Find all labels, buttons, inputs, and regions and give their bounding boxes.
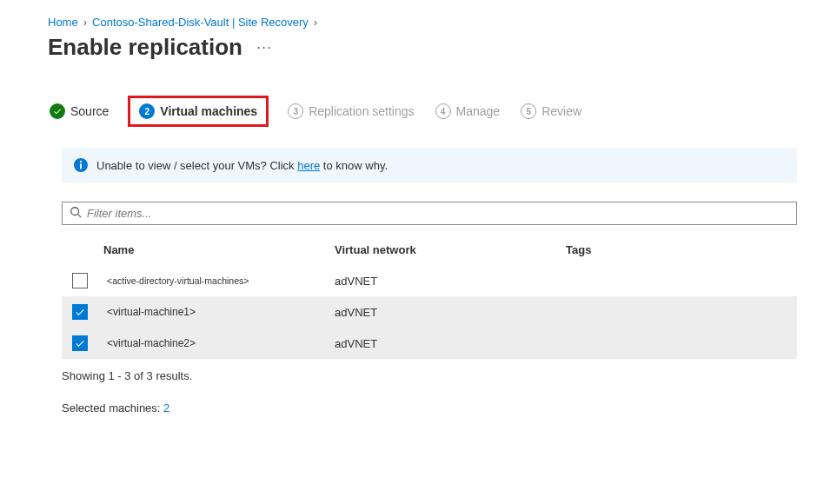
info-text: Unable to view / select your VMs? Click … [96, 159, 388, 172]
table-header-row: Name Virtual network Tags [62, 234, 797, 265]
tab-label: Virtual machines [160, 104, 257, 118]
wizard-tabs: Source 2 Virtual machines 3 Replication … [48, 96, 811, 127]
row-checkbox[interactable] [72, 273, 88, 288]
table-row[interactable]: <virtual-machine1> adVNET [62, 296, 797, 328]
step-number-icon: 2 [139, 103, 155, 119]
col-tags: Tags [566, 243, 797, 256]
svg-point-3 [71, 208, 79, 216]
chevron-right-icon: › [314, 16, 317, 29]
step-number-icon: 4 [435, 103, 451, 119]
tab-label: Source [70, 104, 109, 118]
breadcrumb: Home › Contoso-Shared-Disk-Vault | Site … [48, 16, 811, 29]
col-name: Name [103, 243, 335, 256]
row-vnet: adVNET [335, 306, 566, 319]
check-icon [50, 103, 65, 119]
more-actions-button[interactable]: ··· [256, 38, 272, 56]
row-checkbox[interactable] [72, 304, 88, 320]
step-number-icon: 5 [521, 103, 536, 119]
breadcrumb-vault[interactable]: Contoso-Shared-Disk-Vault | Site Recover… [92, 16, 309, 29]
svg-line-4 [78, 215, 82, 218]
tab-label: Replication settings [309, 104, 414, 118]
tab-review[interactable]: 5 Review [519, 98, 583, 124]
filter-input[interactable] [87, 207, 789, 220]
search-icon [70, 206, 82, 221]
col-vnet: Virtual network [335, 243, 566, 256]
row-name: <active-directory-virtual-machines> [103, 275, 335, 286]
row-name: <virtual-machine1> [103, 306, 335, 318]
vm-table: Name Virtual network Tags <active-direct… [62, 234, 797, 359]
chevron-right-icon: › [83, 16, 87, 29]
filter-box[interactable] [62, 202, 797, 225]
info-banner: Unable to view / select your VMs? Click … [62, 148, 797, 182]
page-title: Enable replication [48, 34, 242, 61]
row-checkbox[interactable] [72, 335, 88, 351]
row-vnet: adVNET [335, 337, 566, 350]
row-vnet: adVNET [335, 275, 566, 288]
tab-manage[interactable]: 4 Manage [434, 98, 502, 124]
row-name: <virtual-machine2> [103, 337, 335, 349]
tab-source[interactable]: Source [48, 98, 110, 124]
info-icon [74, 158, 88, 172]
breadcrumb-home[interactable]: Home [48, 16, 78, 29]
table-row[interactable]: <virtual-machine2> adVNET [62, 328, 797, 359]
tab-label: Manage [456, 104, 501, 118]
results-text: Showing 1 - 3 of 3 results. [62, 369, 794, 382]
table-row[interactable]: <active-directory-virtual-machines> adVN… [62, 265, 797, 296]
selected-count-text: Selected machines: 2 [62, 401, 794, 414]
svg-point-2 [80, 161, 82, 162]
tab-label: Review [541, 104, 581, 118]
tab-virtual-machines[interactable]: 2 Virtual machines [128, 96, 269, 127]
tab-replication-settings[interactable]: 3 Replication settings [286, 98, 415, 124]
step-number-icon: 3 [288, 103, 303, 119]
info-link[interactable]: here [297, 159, 320, 172]
svg-rect-1 [80, 164, 82, 169]
